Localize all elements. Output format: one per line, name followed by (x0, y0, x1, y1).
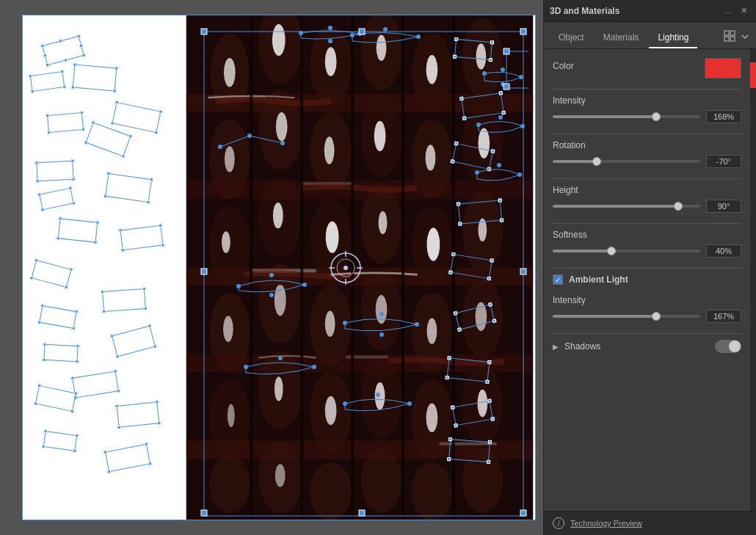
svg-point-29 (326, 222, 339, 253)
intensity-label: Intensity (553, 95, 741, 106)
svg-point-34 (310, 462, 352, 520)
shadows-arrow: ▶ (553, 343, 559, 351)
crosshair-target (327, 250, 364, 286)
intensity-property: Intensity 168% (553, 95, 741, 123)
selection-shape-19 (117, 401, 160, 428)
svg-rect-143 (730, 37, 735, 41)
color-property: Color (553, 58, 741, 79)
grid-icon[interactable] (724, 30, 737, 43)
height-slider-track[interactable] (553, 205, 700, 208)
softness-label: Softness (553, 230, 741, 240)
selection-shape-2 (73, 65, 117, 92)
svg-point-84 (344, 266, 348, 270)
tab-object[interactable]: Object (550, 28, 593, 48)
panel-dots-btn[interactable]: ‥ (722, 4, 733, 17)
softness-value[interactable]: 40% (706, 244, 741, 258)
svg-point-13 (272, 24, 286, 56)
svg-point-27 (324, 137, 335, 164)
svg-point-17 (273, 203, 283, 228)
svg-rect-140 (724, 31, 729, 35)
softness-slider-track[interactable] (553, 250, 700, 252)
ambient-intensity-slider-thumb[interactable] (652, 312, 661, 321)
color-swatch[interactable] (705, 58, 741, 79)
svg-point-36 (377, 35, 387, 61)
panel-content: Color Intensity 168% Rotatio (544, 49, 750, 511)
tab-materials[interactable]: Materials (595, 28, 648, 48)
softness-property: Softness 40% (553, 230, 741, 258)
dropdown-arrow-icon[interactable] (740, 32, 750, 42)
svg-point-8 (223, 316, 233, 341)
divider-6 (553, 333, 741, 334)
rotation-slider-row: -70° (553, 155, 741, 168)
svg-rect-142 (724, 37, 729, 41)
svg-point-25 (325, 47, 337, 76)
softness-slider-thumb[interactable] (607, 247, 616, 255)
svg-point-47 (426, 55, 438, 84)
ambient-light-row: ✓ Ambient Light (553, 274, 741, 285)
softness-slider-row: 40% (553, 244, 741, 258)
height-label: Height (553, 185, 741, 195)
selection-shape-7 (36, 161, 73, 182)
ambient-intensity-slider-track[interactable] (553, 315, 700, 318)
svg-point-11 (209, 455, 250, 513)
selection-shape-30 (448, 439, 490, 462)
height-slider-thumb[interactable] (674, 202, 683, 211)
divider-3 (553, 178, 741, 179)
svg-point-21 (275, 376, 283, 401)
panel-title: 3D and Materials (550, 6, 619, 16)
ambient-intensity-property: Intensity 167% (553, 295, 741, 323)
svg-point-42 (376, 295, 388, 324)
panel-tabs: Object Materials Lighting (544, 22, 756, 49)
panel-titlebar: 3D and Materials ‥ ✕ (544, 0, 756, 22)
svg-point-44 (375, 382, 385, 410)
divider-5 (553, 268, 741, 269)
rotation-value[interactable]: -70° (706, 155, 741, 168)
divider-2 (553, 134, 741, 134)
svg-point-40 (379, 211, 388, 234)
selection-shape-10 (58, 218, 98, 242)
ambient-light-label: Ambient Light (569, 274, 628, 285)
svg-point-51 (427, 228, 440, 261)
svg-point-33 (325, 396, 337, 425)
panel-controls: ‥ ✕ (722, 4, 750, 17)
tab-lighting[interactable]: Lighting (649, 28, 697, 48)
3d-materials-panel: 3D and Materials ‥ ✕ Object Materials Li… (543, 0, 756, 535)
rotation-slider-thumb[interactable] (592, 157, 601, 166)
ambient-intensity-slider-row: 167% (553, 310, 741, 323)
divider-4 (553, 223, 741, 224)
rotation-property: Rotation -70° (553, 140, 741, 168)
svg-point-55 (426, 404, 438, 432)
checkbox-check: ✓ (555, 276, 561, 284)
svg-point-2 (224, 58, 236, 87)
tech-preview-bar: i Technology Preview (544, 511, 756, 535)
color-label: Color (553, 61, 574, 71)
shadows-toggle[interactable] (715, 340, 741, 353)
svg-point-53 (427, 318, 437, 343)
svg-point-19 (275, 284, 286, 316)
rotation-slider-track[interactable] (553, 160, 700, 163)
height-value[interactable]: 90° (706, 200, 741, 213)
svg-point-56 (412, 462, 452, 520)
ambient-intensity-value[interactable]: 167% (706, 310, 741, 323)
selection-shape-28 (447, 357, 490, 382)
svg-point-31 (325, 311, 335, 337)
panel-close-btn[interactable]: ✕ (738, 4, 750, 17)
svg-point-6 (222, 231, 230, 253)
ambient-intensity-label: Intensity (553, 295, 741, 305)
toggle-knob (729, 341, 741, 352)
svg-point-38 (374, 121, 386, 151)
intensity-value[interactable]: 168% (706, 110, 741, 123)
rotation-label: Rotation (553, 140, 741, 150)
intensity-slider-thumb[interactable] (652, 112, 661, 121)
svg-rect-141 (730, 31, 735, 35)
ambient-light-checkbox[interactable]: ✓ (553, 274, 563, 285)
intensity-slider-track[interactable] (553, 115, 700, 118)
selection-shape-13 (102, 288, 146, 312)
selection-shape-25 (458, 200, 502, 225)
svg-point-4 (225, 146, 235, 172)
info-icon[interactable]: i (553, 517, 564, 529)
shadows-section[interactable]: ▶ Shadows (553, 340, 741, 353)
svg-point-49 (426, 145, 436, 170)
tech-preview-text[interactable]: Technology Preview (570, 519, 642, 528)
selection-shape-22 (454, 39, 493, 60)
